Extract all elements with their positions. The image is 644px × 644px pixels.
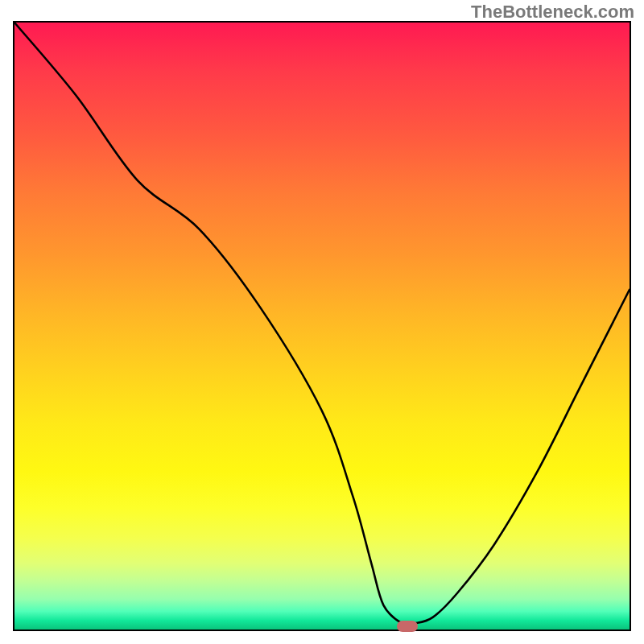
bottleneck-curve (14, 23, 630, 630)
optimal-marker (397, 621, 418, 632)
chart-container: TheBottleneck.com (0, 0, 644, 644)
plot-area (13, 21, 631, 631)
watermark-text: TheBottleneck.com (471, 2, 634, 23)
